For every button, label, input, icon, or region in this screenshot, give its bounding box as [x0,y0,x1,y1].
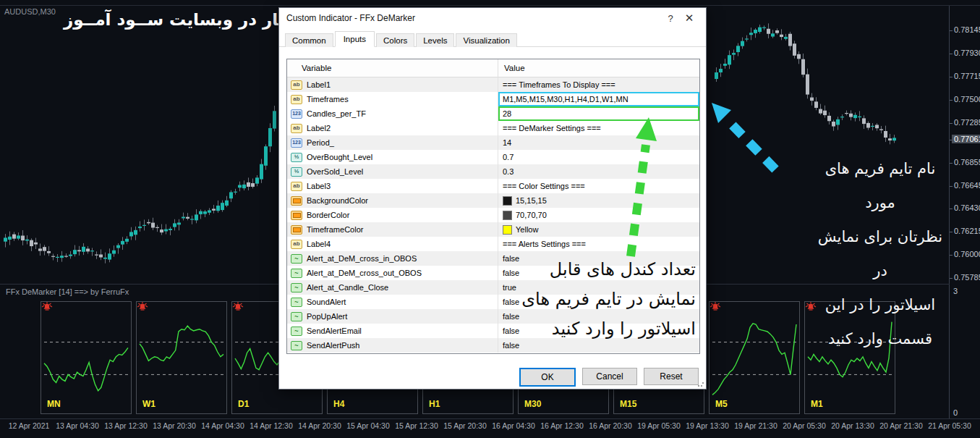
double-param-icon: ½ [291,167,302,177]
param-name: ~PopUpAlert [287,309,498,324]
alarm-icon [137,302,148,312]
param-row-Label2: abLabel2=== DeMarker Settings === [287,121,699,135]
time-label: 16 Apr 20:30 [589,421,632,430]
param-name: ~Alert_at_Candle_Close [287,280,498,295]
bool-param-icon: ~ [291,312,302,321]
param-name: ~SendAlertPush [287,338,498,353]
dialog-titlebar[interactable]: Custom Indicator - FFx DeMarker ? ✕ [279,8,706,28]
time-label: 15 Apr 12:30 [395,421,438,430]
param-name: 123Period_ [287,135,498,150]
param-row-Label1: abLabel1=== Timeframes To Display === [287,77,699,92]
double-param-icon: ½ [291,153,302,162]
alarm-icon [41,302,53,312]
oscillator-panel-M5: M5 [709,301,800,414]
time-label: 13 Apr 04:30 [56,421,99,430]
timeframe-label-MN: MN [47,399,61,409]
bool-param-icon: ~ [291,254,302,264]
param-value-BorderColor[interactable]: 70,70,70 [498,208,699,222]
param-value-Label2[interactable]: === DeMarker Settings === [498,121,699,135]
param-name: 123Candles_per_TF [287,106,498,121]
indicator-scale-min: 0 [953,408,958,417]
price-label: 0.77715 [954,72,980,80]
text-param-icon: ab [291,182,302,191]
reset-button[interactable]: Reset [644,368,699,385]
dialog-tabs: CommonInputsColorsLevelsVisualization [279,28,706,47]
timeframe-label-H4: H4 [333,399,344,409]
dialog-buttons: OKCancelReset [519,368,699,387]
param-value-Label3[interactable]: === Color Settings === [498,179,699,193]
time-label: 19 Apr 05:30 [637,421,681,430]
param-value-OverSold_Level[interactable]: 0.3 [498,164,699,179]
resize-grip[interactable] [697,380,704,387]
timeline-separator [0,418,980,419]
price-axis: 0.781450.779300.777150.775000.772850.770… [950,0,980,284]
tab-common[interactable]: Common [285,33,333,47]
current-price-label: 0.77061 [952,135,980,143]
dialog-title: Custom Indicator - FFx DeMarker [286,13,661,23]
ok-button[interactable]: OK [519,368,576,387]
oscillator-panel-MN: MN [41,301,132,414]
tab-levels[interactable]: Levels [416,33,454,47]
time-label: 19 Apr 21:30 [734,421,777,430]
text-param-icon: ab [291,240,302,249]
time-label: 13 Apr 12:30 [104,421,148,430]
time-label: 16 Apr 04:30 [492,421,535,430]
time-label: 14 Apr 04:30 [201,421,244,430]
timeframe-label-M15: M15 [620,399,636,409]
text-param-icon: ab [291,95,302,104]
tab-colors[interactable]: Colors [376,33,414,47]
param-row-TimeframeColor: TimeframeColorYellow [287,222,699,237]
help-button[interactable]: ? [661,13,680,24]
param-value-Label1[interactable]: === Timeframes To Display === [498,77,699,92]
time-label: 20 Apr 05:30 [783,421,826,430]
param-value-Period_[interactable]: 14 [498,135,699,150]
table-header: Variable Value [287,59,699,77]
param-name: ~Alert_at_DeM_cross_in_OBOS [287,251,498,266]
param-row-Label4: abLabel4=== Alerts Settings === [287,237,699,251]
bool-param-icon: ~ [291,298,302,307]
color-param-icon [291,211,302,220]
timeframe-label-D1: D1 [238,399,249,409]
price-label: 0.76000 [954,250,980,258]
param-value-Candles_per_TF[interactable]: 28 [498,106,699,121]
param-name: TimeframeColor [287,222,498,237]
oscillator-panel-W1: W1 [136,301,227,414]
param-row-Label3: abLabel3=== Color Settings === [287,179,699,193]
param-name: abTimeframes [287,92,498,106]
text-param-icon: ab [291,124,302,133]
param-value-Timeframes[interactable]: M1,M5,M15,M30,H1,H4,D1,W1,MN [498,92,699,106]
param-name: ~Alert_at_DeM_cross_out_OBOS [287,266,498,280]
param-name: ~SendAlertEmail [287,324,498,338]
price-label: 0.78145 [954,25,980,34]
number-param-icon: 123 [291,138,302,148]
text-param-icon: ab [291,80,302,90]
metatrader-screen: AUDUSD,M30 انتشار در وبسایت ســود آمــوز… [0,0,980,438]
bool-param-icon: ~ [291,283,302,292]
timeframe-label-M1: M1 [811,399,823,409]
time-label: 15 Apr 20:30 [443,421,487,430]
param-value-TimeframeColor[interactable]: Yellow [498,222,699,237]
time-axis: 12 Apr 202113 Apr 04:3013 Apr 12:3013 Ap… [0,421,980,436]
price-label: 0.77930 [954,49,980,57]
color-param-icon [291,225,302,235]
time-label: 20 Apr 21:30 [879,421,923,430]
param-name: BackgroundColor [287,193,498,208]
param-value-BackgroundColor[interactable]: 15,15,15 [498,193,699,208]
close-button[interactable]: ✕ [680,12,699,25]
cancel-button[interactable]: Cancel [582,368,637,385]
annotation-candles-count: تعداد کندل های قابل نمایش در تایم فریم ه… [499,255,696,344]
symbol-label: AUDUSD,M30 [4,7,56,16]
timeframe-label-W1: W1 [142,399,155,409]
time-label: 14 Apr 12:30 [250,421,293,430]
param-row-Timeframes: abTimeframesM1,M5,M15,M30,H1,H4,D1,W1,MN [287,92,699,106]
tab-visualization[interactable]: Visualization [456,33,516,47]
time-label: 16 Apr 12:30 [540,421,584,430]
bool-param-icon: ~ [291,269,302,278]
param-name: ~SoundAlert [287,295,498,309]
tab-inputs[interactable]: Inputs [335,31,375,47]
price-label: 0.76215 [954,227,980,235]
alarm-icon [710,302,721,312]
color-swatch [503,196,512,206]
param-value-OverBought_Level[interactable]: 0.7 [498,150,699,164]
param-value-Label4[interactable]: === Alerts Settings === [498,237,699,251]
